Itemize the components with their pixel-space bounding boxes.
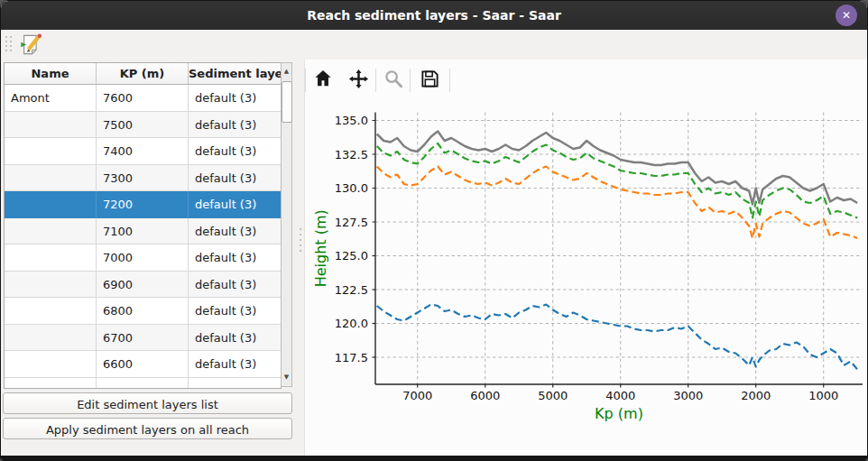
pan-arrows-icon <box>348 69 369 93</box>
table-cell[interactable] <box>5 218 97 245</box>
edit-note-icon <box>19 43 43 60</box>
table-cell[interactable]: 7600 <box>97 85 189 112</box>
table-cell[interactable]: default (3) <box>189 272 281 299</box>
table-cell[interactable]: default (3) <box>189 298 281 325</box>
table-cell[interactable]: default (3) <box>189 138 281 165</box>
toolbar-separator <box>375 69 376 92</box>
table-cell[interactable]: default (3) <box>189 112 281 139</box>
x-tick-label: 1000 <box>808 389 838 402</box>
table-cell[interactable]: Amont <box>5 85 97 112</box>
table-cell[interactable] <box>5 112 97 139</box>
column-header-name[interactable]: Name <box>5 63 97 84</box>
table-row[interactable]: 7200default (3) <box>5 191 281 218</box>
table-cell[interactable]: 7400 <box>97 138 189 165</box>
save-floppy-icon <box>420 69 440 93</box>
table-cell[interactable]: 7100 <box>97 218 189 245</box>
x-tick-label: 5000 <box>538 389 568 402</box>
toolbar-separator <box>449 69 450 92</box>
table-row-partial[interactable] <box>5 378 281 390</box>
scrollbar-up-arrow[interactable]: ▲ <box>282 63 291 80</box>
plot-save-button[interactable] <box>416 68 443 93</box>
table-cell[interactable]: default (3) <box>189 244 281 272</box>
y-tick-label: 135.0 <box>335 114 368 127</box>
table-cell[interactable] <box>5 298 97 325</box>
table-cell[interactable]: default (3) <box>189 325 281 352</box>
series_blue-line <box>377 305 858 370</box>
y-tick-label: 120.0 <box>335 317 368 330</box>
close-button[interactable]: ✕ <box>836 5 857 26</box>
window-bottom-edge <box>1 456 867 460</box>
table-cell[interactable]: 6600 <box>97 351 189 378</box>
table-cell[interactable]: default (3) <box>189 351 281 378</box>
x-tick-label: 2000 <box>741 389 771 402</box>
reach-sediment-layers-window: Reach sediment layers - Saar - Saar ✕ <box>0 0 868 461</box>
edit-sediment-layers-list-button[interactable]: Edit sediment layers list <box>3 392 292 414</box>
x-axis-label: Kp (m) <box>595 405 643 422</box>
y-tick-label: 117.5 <box>335 351 368 364</box>
scrollbar-down-arrow[interactable]: ▼ <box>282 369 291 386</box>
toolbar-separator <box>410 69 411 92</box>
table-row[interactable]: 6900default (3) <box>5 272 281 299</box>
table-row[interactable]: 7000default (3) <box>5 244 281 272</box>
table-cell[interactable]: default (3) <box>189 218 281 245</box>
table-cell[interactable] <box>189 378 281 390</box>
scrollbar-thumb[interactable] <box>282 81 292 123</box>
table-cell[interactable]: 6800 <box>97 298 189 325</box>
series_gray-line <box>377 132 858 205</box>
table-cell[interactable]: 7500 <box>97 112 189 139</box>
table-cell[interactable] <box>5 378 97 390</box>
table-cell[interactable]: default (3) <box>189 85 281 112</box>
y-tick-label: 127.5 <box>335 216 368 229</box>
table-scrollbar[interactable]: ▲ ▼ <box>281 62 292 387</box>
edit-sediment-button[interactable] <box>19 32 43 57</box>
close-icon: ✕ <box>842 9 851 22</box>
home-icon <box>313 69 333 92</box>
table-cell[interactable]: 7200 <box>97 191 189 218</box>
x-tick-label: 3000 <box>673 389 703 402</box>
toolbar-drag-handle[interactable] <box>5 36 14 54</box>
table-cell[interactable] <box>5 191 97 218</box>
chart-canvas[interactable]: 7000600050004000300020001000135.0132.513… <box>304 97 868 457</box>
column-header-layers[interactable]: Sediment layers <box>189 63 281 84</box>
table-row[interactable]: 7400default (3) <box>5 138 281 165</box>
table-cell[interactable] <box>5 351 97 378</box>
table-cell[interactable] <box>5 272 97 299</box>
y-tick-label: 130.0 <box>335 181 368 195</box>
window-title: Reach sediment layers - Saar - Saar <box>1 1 867 30</box>
table-cell[interactable] <box>5 244 97 272</box>
plot-pan-button[interactable] <box>345 68 372 93</box>
table-header: Name KP (m) Sediment layers <box>5 63 281 85</box>
table-row[interactable]: 7500default (3) <box>5 112 281 139</box>
table-cell[interactable] <box>5 138 97 165</box>
table-cell[interactable]: 7000 <box>97 244 189 272</box>
sediment-table: Name KP (m) Sediment layers Amont7600def… <box>4 62 282 389</box>
y-tick-label: 122.5 <box>335 283 368 297</box>
table-row[interactable]: 6600default (3) <box>5 351 281 378</box>
main-toolbar <box>1 30 867 60</box>
table-cell[interactable]: default (3) <box>189 191 281 218</box>
plot-zoom-button[interactable] <box>380 68 407 93</box>
column-header-kp[interactable]: KP (m) <box>97 63 189 84</box>
table-row[interactable]: 6800default (3) <box>5 298 281 325</box>
apply-sediment-layers-button[interactable]: Apply sediment layers on all reach <box>3 418 292 439</box>
table-cell[interactable]: 6900 <box>97 272 189 299</box>
table-cell[interactable]: 6700 <box>97 325 189 352</box>
sediment-table-body: Amont7600default (3)7500default (3)7400d… <box>5 85 281 389</box>
table-cell[interactable]: default (3) <box>189 165 281 192</box>
table-cell[interactable] <box>5 165 97 192</box>
plot-toolbar <box>304 66 863 95</box>
plot-home-button[interactable] <box>309 68 337 93</box>
x-tick-label: 4000 <box>605 389 635 402</box>
y-axis-label: Height (m) <box>312 209 329 287</box>
panel-splitter-handle[interactable] <box>299 228 302 255</box>
table-row[interactable]: Amont7600default (3) <box>5 85 281 112</box>
table-row[interactable]: 6700default (3) <box>5 325 281 352</box>
table-cell[interactable] <box>97 378 189 390</box>
toolbar-separator <box>305 69 306 92</box>
table-cell[interactable] <box>5 325 97 352</box>
table-row[interactable]: 7300default (3) <box>5 165 281 192</box>
y-tick-label: 132.5 <box>335 148 368 161</box>
table-cell[interactable]: 7300 <box>97 165 189 192</box>
titlebar[interactable]: Reach sediment layers - Saar - Saar ✕ <box>1 1 867 30</box>
table-row[interactable]: 7100default (3) <box>5 218 281 245</box>
